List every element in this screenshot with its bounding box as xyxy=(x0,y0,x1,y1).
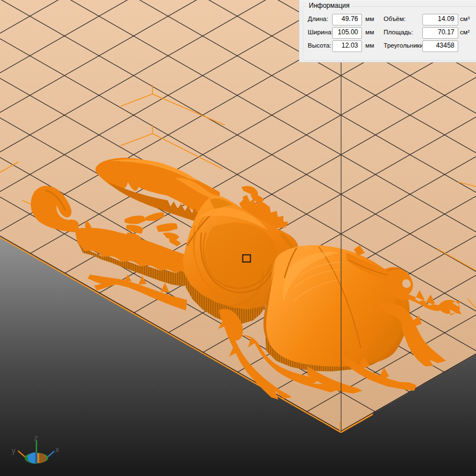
svg-text:y: y xyxy=(12,446,15,455)
svg-text:x: x xyxy=(55,445,59,454)
svg-text:z: z xyxy=(34,433,38,442)
